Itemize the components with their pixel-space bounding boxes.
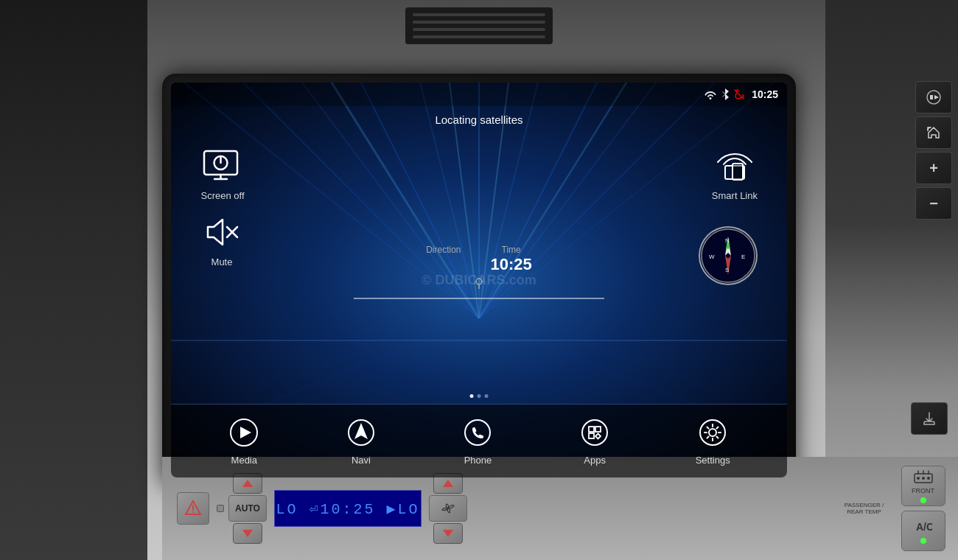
back-home-button[interactable]: [915, 116, 952, 149]
climate-left-section: AUTO: [217, 473, 267, 544]
direction-label: Direction: [426, 245, 461, 255]
left-panel: [0, 0, 147, 560]
passenger-rear-label: PASSENGER / REAR TEMP: [839, 502, 890, 515]
status-time: 10:25: [752, 88, 778, 100]
minus-icon: −: [929, 195, 938, 212]
infotainment-screen[interactable]: 10:25 Locating satellites: [171, 83, 787, 477]
ac-indicator: [920, 538, 926, 544]
media-label: Media: [231, 455, 257, 466]
bottom-navigation: Media Navi: [171, 404, 787, 477]
right-physical-buttons: + −: [915, 81, 952, 220]
apps-button[interactable]: Apps: [567, 410, 623, 472]
hazard-button[interactable]: [177, 492, 209, 525]
top-air-vent: [405, 7, 553, 44]
svg-text:A/C: A/C: [916, 521, 932, 533]
navi-button[interactable]: Navi: [333, 410, 389, 472]
volume-down-button[interactable]: −: [915, 187, 952, 220]
svg-marker-55: [443, 530, 453, 537]
status-icons: 10:25: [704, 88, 778, 100]
fan-down-button[interactable]: [433, 523, 463, 544]
mute-icon: [200, 214, 243, 251]
usb-button[interactable]: [911, 402, 948, 435]
svg-point-57: [917, 477, 920, 480]
svg-point-42: [582, 420, 607, 445]
temp-down-button[interactable]: [233, 523, 262, 544]
svg-rect-43: [589, 427, 594, 432]
mute-button[interactable]: Mute: [200, 214, 243, 267]
page-indicator: [470, 394, 489, 398]
mute-phone-icon: [734, 89, 744, 99]
svg-rect-44: [595, 427, 601, 432]
auto-button[interactable]: AUTO: [228, 495, 267, 522]
climate-display: LO ⏎10:25 ▶LO: [274, 490, 422, 527]
smart-link-icon: [713, 147, 757, 184]
car-interior: 10:25 Locating satellites: [0, 0, 958, 560]
svg-point-59: [927, 477, 930, 480]
status-bar: 10:25: [171, 83, 787, 106]
svg-marker-38: [240, 427, 251, 438]
svg-point-51: [192, 511, 194, 513]
svg-text:E: E: [741, 253, 745, 260]
dot-1: [470, 394, 474, 398]
svg-marker-53: [242, 530, 253, 537]
fan-speed-display: [429, 495, 467, 522]
phone-label: Phone: [464, 455, 492, 466]
right-climate-controls: PASSENGER / REAR TEMP FRONT A/C: [825, 457, 958, 560]
mute-label: Mute: [211, 256, 233, 267]
screen-off-icon: [200, 147, 245, 184]
dot-3: [485, 394, 489, 398]
apps-label: Apps: [584, 455, 606, 466]
svg-point-58: [922, 477, 925, 480]
settings-button[interactable]: Settings: [684, 410, 742, 472]
svg-text:S: S: [725, 267, 729, 273]
wifi-icon: [704, 89, 716, 99]
media-button[interactable]: Media: [216, 410, 272, 472]
head-unit-bezel: 10:25 Locating satellites: [162, 74, 796, 486]
volume-up-button[interactable]: +: [915, 152, 952, 184]
media-control-button[interactable]: [915, 81, 952, 113]
screen-off-button[interactable]: Screen off: [200, 147, 245, 201]
front-heat-button[interactable]: FRONT: [901, 466, 945, 506]
play-icon: [228, 416, 260, 449]
climate-small-btn[interactable]: [217, 505, 224, 512]
climate-display-text: LO ⏎10:25 ▶LO: [276, 500, 419, 518]
smart-link-button[interactable]: Smart Link: [712, 147, 758, 201]
plus-icon: +: [929, 160, 938, 177]
time-value: 10:25: [491, 255, 532, 274]
gps-status-text: Locating satellites: [435, 113, 522, 126]
settings-label: Settings: [696, 455, 730, 466]
smart-link-label: Smart Link: [712, 190, 758, 201]
climate-right-section: [429, 473, 467, 544]
svg-marker-52: [242, 480, 253, 487]
settings-icon: [696, 416, 729, 449]
phone-icon: [461, 416, 494, 449]
time-label: Time: [491, 245, 532, 255]
ac-button[interactable]: A/C: [901, 511, 945, 551]
center-info: Direction Time 10:25: [354, 245, 604, 299]
svg-rect-45: [589, 433, 594, 438]
front-heat-indicator: [920, 497, 926, 503]
navi-label: Navi: [352, 455, 371, 466]
compass: N S E W: [699, 226, 758, 285]
svg-point-28: [476, 279, 482, 284]
bluetooth-icon: [721, 88, 730, 100]
apps-icon: [578, 416, 611, 449]
svg-text:N: N: [725, 237, 730, 244]
phone-button[interactable]: Phone: [450, 410, 506, 472]
svg-marker-40: [354, 423, 368, 439]
svg-text:W: W: [709, 253, 715, 260]
svg-marker-54: [443, 480, 453, 487]
svg-rect-25: [733, 164, 743, 180]
navigation-icon: [345, 416, 377, 449]
gps-status-bar: Locating satellites: [171, 106, 787, 133]
svg-point-47: [709, 429, 716, 436]
svg-point-41: [465, 420, 490, 445]
screen-off-label: Screen off: [200, 190, 244, 201]
dot-2: [478, 394, 481, 398]
